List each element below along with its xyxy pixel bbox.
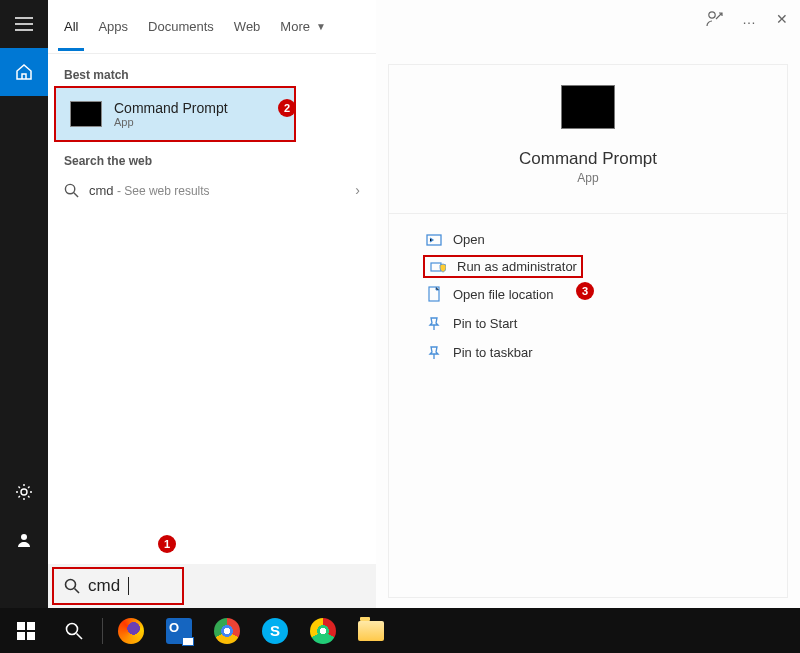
taskbar: O S (0, 608, 800, 653)
svg-line-3 (74, 192, 78, 196)
pin-icon (425, 346, 443, 360)
annotation-badge: 1 (158, 535, 176, 553)
svg-point-2 (65, 184, 74, 193)
feedback-icon[interactable] (706, 10, 724, 28)
best-match-header: Best match (48, 54, 376, 86)
preview-card: Command Prompt App Open Run as administr… (388, 64, 788, 598)
window-controls: … ✕ (706, 10, 788, 28)
svg-rect-5 (431, 263, 441, 271)
svg-point-0 (21, 489, 27, 495)
action-run-admin[interactable]: Run as administrator (425, 257, 581, 276)
file-explorer-icon (358, 621, 384, 641)
taskbar-chrome-canary[interactable] (301, 609, 345, 653)
search-icon (64, 578, 80, 594)
start-search-panel: All Apps Documents Web More ▼ Best match… (0, 0, 800, 608)
svg-line-9 (75, 589, 80, 594)
svg-rect-11 (27, 622, 35, 630)
preview-column: Command Prompt App Open Run as administr… (376, 0, 800, 608)
tab-web[interactable]: Web (234, 19, 261, 34)
text-caret (128, 577, 129, 595)
preview-title: Command Prompt (519, 149, 657, 169)
outlook-icon: O (166, 618, 192, 644)
hamburger-icon[interactable] (0, 0, 48, 48)
results-column: All Apps Documents Web More ▼ Best match… (48, 0, 376, 608)
svg-point-8 (66, 580, 76, 590)
action-label: Run as administrator (457, 259, 577, 274)
tab-documents[interactable]: Documents (148, 19, 214, 34)
skype-icon: S (262, 618, 288, 644)
close-icon[interactable]: ✕ (776, 11, 788, 27)
action-pin-taskbar[interactable]: Pin to taskbar (425, 341, 751, 364)
web-query: cmd (89, 183, 114, 198)
chrome-icon (214, 618, 240, 644)
web-suffix: - See web results (114, 184, 210, 198)
account-icon[interactable] (0, 516, 48, 564)
shield-icon (429, 260, 447, 274)
svg-point-7 (709, 12, 715, 18)
taskbar-firefox[interactable] (109, 609, 153, 653)
action-label: Open file location (453, 287, 553, 302)
taskbar-search-button[interactable] (52, 609, 96, 653)
chevron-down-icon: ▼ (316, 21, 326, 32)
result-subtitle: App (114, 116, 228, 128)
taskbar-skype[interactable]: S (253, 609, 297, 653)
action-label: Open (453, 232, 485, 247)
cmd-icon (561, 85, 615, 129)
action-pin-start[interactable]: Pin to Start (425, 312, 751, 335)
more-icon[interactable]: … (742, 11, 758, 27)
start-button[interactable] (4, 609, 48, 653)
taskbar-file-explorer[interactable] (349, 609, 393, 653)
start-side-rail (0, 0, 48, 608)
best-match-result[interactable]: Command Prompt App (56, 88, 294, 140)
annotation-badge: 3 (576, 282, 594, 300)
folder-icon (425, 286, 443, 302)
tab-apps[interactable]: Apps (98, 19, 128, 34)
result-title: Command Prompt (114, 100, 228, 116)
svg-point-14 (67, 623, 78, 634)
tab-more[interactable]: More (280, 19, 310, 34)
svg-point-1 (21, 534, 27, 540)
action-label: Pin to taskbar (453, 345, 533, 360)
search-box-row: cmd (48, 564, 376, 608)
taskbar-outlook[interactable]: O (157, 609, 201, 653)
annotation-badge: 2 (278, 99, 296, 117)
action-open[interactable]: Open (425, 228, 751, 251)
search-web-header: Search the web (48, 140, 376, 172)
pin-icon (425, 317, 443, 331)
gear-icon[interactable] (0, 468, 48, 516)
chevron-right-icon: › (355, 182, 360, 198)
preview-subtitle: App (577, 171, 598, 185)
search-icon (64, 183, 79, 198)
firefox-icon (118, 618, 144, 644)
home-icon[interactable] (0, 48, 48, 96)
svg-line-15 (77, 633, 83, 639)
svg-rect-10 (17, 622, 25, 630)
taskbar-chrome[interactable] (205, 609, 249, 653)
search-query: cmd (88, 576, 120, 596)
action-label: Pin to Start (453, 316, 517, 331)
taskbar-separator (102, 618, 103, 644)
svg-rect-12 (17, 632, 25, 640)
chrome-canary-icon (310, 618, 336, 644)
separator (389, 213, 787, 214)
cmd-icon (70, 101, 102, 127)
tab-all[interactable]: All (64, 19, 78, 34)
search-box[interactable]: cmd (54, 569, 182, 603)
filter-tabs: All Apps Documents Web More ▼ (48, 0, 376, 54)
open-icon (425, 234, 443, 246)
svg-rect-13 (27, 632, 35, 640)
web-result-row[interactable]: cmd - See web results › (48, 172, 376, 208)
